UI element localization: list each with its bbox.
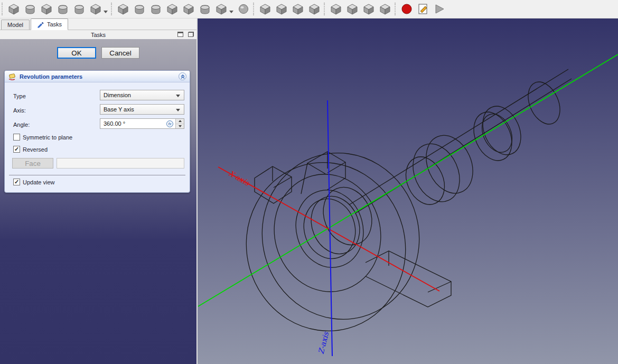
additive-helix-icon[interactable] <box>71 1 87 17</box>
chamfer-icon[interactable] <box>273 1 289 17</box>
tasks-panel-title: Tasks <box>91 32 106 38</box>
angle-label: Angle: <box>13 119 30 130</box>
revolution-parameters-icon <box>8 72 16 81</box>
multitransform-icon[interactable] <box>377 1 393 17</box>
reversed-checkbox[interactable]: ✓ Reversed <box>13 146 48 153</box>
fillet-icon[interactable] <box>257 1 273 17</box>
tab-model[interactable]: Model <box>1 20 30 30</box>
float-panel-icon[interactable] <box>188 32 194 37</box>
x-axis-label: X-axis <box>228 169 251 188</box>
additive-primitive-icon[interactable] <box>87 1 104 17</box>
type-label: Type <box>13 91 26 101</box>
subtractive-primitive-dropdown-icon[interactable] <box>229 11 233 13</box>
boolean-icon[interactable] <box>235 1 251 17</box>
type-select[interactable]: Dimension <box>100 90 184 100</box>
additive-pipe-icon[interactable] <box>54 1 71 17</box>
update-view-label: Update view <box>23 179 55 185</box>
pocket-icon[interactable] <box>115 1 131 17</box>
additive-loft-icon[interactable] <box>38 1 54 17</box>
type-selected-value: Dimension <box>104 92 131 98</box>
angle-spin-up-button[interactable] <box>176 119 184 124</box>
y-axis-line <box>198 54 618 306</box>
checkbox-box[interactable]: ✓ <box>13 179 20 185</box>
ok-button[interactable]: OK <box>57 47 96 59</box>
toolbar-group-dress-up <box>257 1 322 17</box>
group-header[interactable]: Revolution parameters <box>5 71 190 82</box>
tab-model-label: Model <box>7 22 23 28</box>
cancel-button[interactable]: Cancel <box>101 47 139 59</box>
revolution-icon[interactable] <box>22 1 38 17</box>
toolbar-separator <box>324 3 325 15</box>
symmetric-to-plane-checkbox[interactable]: Symmetric to plane <box>13 134 72 141</box>
subtractive-pipe-icon[interactable] <box>164 1 180 17</box>
pad-icon[interactable] <box>5 1 22 17</box>
tasks-panel-titlebar: Tasks <box>0 30 196 39</box>
additive-primitive-dropdown-icon[interactable] <box>104 11 108 13</box>
tab-tasks-label: Tasks <box>47 21 62 27</box>
toolbar-group-additive <box>5 1 109 17</box>
reversed-label: Reversed <box>23 146 48 153</box>
axis-label: Axis: <box>13 105 26 116</box>
toolbar-separator <box>395 3 396 15</box>
combo-view-tabs: Model Tasks <box>0 18 196 30</box>
3d-scene: X-axis Z-axis <box>198 18 618 364</box>
pencil-icon <box>37 21 44 28</box>
dock-panel-icon[interactable] <box>177 32 183 37</box>
separator <box>9 175 185 175</box>
tab-tasks[interactable]: Tasks <box>31 18 68 30</box>
sidebar: Model Tasks Tasks OK Cancel Revolution p… <box>0 18 196 364</box>
toolbar-group-macro <box>398 1 447 17</box>
toolbar-separator <box>111 3 113 15</box>
axis-select[interactable]: Base Y axis <box>100 104 184 115</box>
thickness-icon[interactable] <box>306 1 322 17</box>
toolbar-separator <box>253 3 255 15</box>
record-macro-icon[interactable] <box>398 1 415 17</box>
revolution-parameters-group: Revolution parameters Type Dimension Axi… <box>4 70 190 193</box>
hole-icon[interactable] <box>131 1 147 17</box>
mirrored-icon[interactable] <box>327 1 344 17</box>
update-view-checkbox[interactable]: ✓ Update view <box>13 179 55 185</box>
face-button[interactable]: Face <box>12 158 53 169</box>
toolbar-group-patterns <box>327 1 393 17</box>
toolbar-group-subtractive <box>115 1 251 17</box>
subtractive-primitive-icon[interactable] <box>213 1 229 17</box>
subtractive-loft-icon[interactable] <box>180 1 196 17</box>
main-toolbar <box>0 0 618 18</box>
face-reference-input[interactable] <box>57 158 184 169</box>
toolbar-drag-handle[interactable] <box>2 3 3 15</box>
angle-input[interactable]: 360.00 ° fx <box>100 118 184 129</box>
axis-selected-value: Base Y axis <box>104 106 134 113</box>
linear-pattern-icon[interactable] <box>344 1 360 17</box>
group-title: Revolution parameters <box>20 73 82 80</box>
expression-fx-icon[interactable]: fx <box>166 120 173 127</box>
z-axis-label: Z-axis <box>316 331 330 355</box>
angle-value: 360.00 ° <box>104 120 125 127</box>
groove-icon[interactable] <box>147 1 164 17</box>
checkbox-box[interactable]: ✓ <box>13 146 20 153</box>
chevrons-up-icon <box>180 73 186 80</box>
symmetric-to-plane-label: Symmetric to plane <box>23 134 72 141</box>
polar-pattern-icon[interactable] <box>360 1 377 17</box>
execute-macro-icon[interactable] <box>431 1 447 17</box>
angle-spin-down-button[interactable] <box>176 124 184 129</box>
revolved-part-wireframe <box>228 69 572 349</box>
edit-macro-icon[interactable] <box>415 1 431 17</box>
subtractive-helix-icon[interactable] <box>196 1 213 17</box>
checkbox-box[interactable] <box>13 134 20 141</box>
3d-viewport[interactable]: X-axis Z-axis <box>196 18 618 364</box>
draft-icon[interactable] <box>289 1 306 17</box>
collapse-section-button[interactable] <box>179 72 186 80</box>
